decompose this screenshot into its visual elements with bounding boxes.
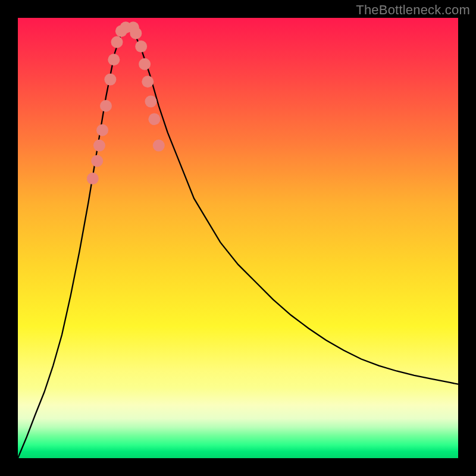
watermark-text: TheBottleneck.com: [356, 2, 470, 18]
plot-area: [18, 18, 458, 458]
outer-frame: TheBottleneck.com: [0, 0, 476, 476]
background-gradient: [18, 18, 458, 458]
